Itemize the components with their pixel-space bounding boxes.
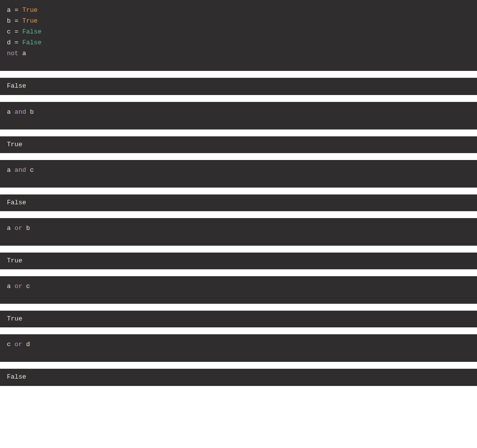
code-cell: a and b xyxy=(0,102,477,129)
code-line: c or d xyxy=(7,339,470,350)
output-cell: False xyxy=(0,369,477,385)
code-token: and xyxy=(15,108,30,116)
code-token: or xyxy=(15,341,26,348)
code-cell: c or d xyxy=(0,334,477,362)
code-line: a and b xyxy=(7,107,470,118)
code-token: a xyxy=(7,283,15,290)
output-text: True xyxy=(7,141,22,148)
code-cell: a and c xyxy=(0,160,477,188)
code-token: True xyxy=(22,6,37,14)
notebook-container: a = Trueb = Truec = Falsed = Falsenot aF… xyxy=(0,0,477,386)
code-token: or xyxy=(15,224,26,232)
code-token: b xyxy=(26,224,30,232)
code-line: d = False xyxy=(7,37,470,48)
code-token: and xyxy=(15,166,30,174)
code-token: b xyxy=(30,108,34,116)
code-token: a xyxy=(7,224,15,232)
code-token: False xyxy=(22,39,41,46)
code-token: a xyxy=(7,166,15,174)
code-token: a xyxy=(22,50,26,57)
output-cell: False xyxy=(0,194,477,211)
code-token: False xyxy=(22,28,41,35)
code-token: = xyxy=(15,39,23,46)
code-token: c xyxy=(26,283,30,290)
code-line: a or b xyxy=(7,223,470,234)
code-token: a xyxy=(7,108,15,116)
code-token: c xyxy=(30,166,34,174)
code-line: b = True xyxy=(7,16,470,27)
code-cell: a or c xyxy=(0,276,477,304)
code-token: d xyxy=(7,39,15,46)
output-cell: True xyxy=(0,136,477,153)
code-token: b xyxy=(7,17,15,25)
code-token: or xyxy=(15,283,26,290)
code-cell: a = Trueb = Truec = Falsed = Falsenot a xyxy=(0,0,477,71)
output-text: False xyxy=(7,199,26,206)
code-line: a = True xyxy=(7,5,470,16)
output-cell: True xyxy=(0,311,477,327)
code-token: a xyxy=(7,6,15,14)
output-text: True xyxy=(7,257,22,264)
code-token: not xyxy=(7,50,22,57)
output-cell: True xyxy=(0,253,477,269)
output-text: False xyxy=(7,82,26,90)
code-line: a or c xyxy=(7,281,470,292)
code-token: True xyxy=(22,17,37,25)
code-token: d xyxy=(26,341,30,348)
output-text: True xyxy=(7,315,22,322)
code-token: c xyxy=(7,341,15,348)
code-token: = xyxy=(15,17,23,25)
code-token: c xyxy=(7,28,15,35)
code-cell: a or b xyxy=(0,218,477,246)
code-line: a and c xyxy=(7,165,470,176)
code-token: = xyxy=(15,6,23,14)
output-cell: False xyxy=(0,78,477,95)
code-line: c = False xyxy=(7,27,470,37)
output-text: False xyxy=(7,373,26,381)
code-token: = xyxy=(15,28,23,35)
code-line: not a xyxy=(7,48,470,59)
